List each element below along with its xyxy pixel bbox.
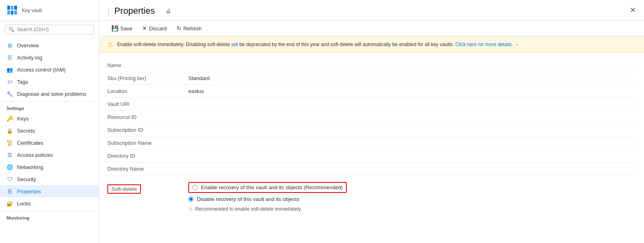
sidebar-item-access-control[interactable]: 👥 Access control (IAM) xyxy=(0,63,99,76)
disable-recovery-radio[interactable] xyxy=(188,197,194,202)
disable-recovery-option[interactable]: Disable recovery of this vault and its o… xyxy=(188,196,347,202)
warning-text: Enable soft-delete immediately. Disablin… xyxy=(117,42,519,47)
main-content: | Properties 🖨 ✕ 💾 Save ✕ Discard ↻ Refr… xyxy=(99,0,644,243)
sidebar-item-keys[interactable]: 🔑 Keys xyxy=(0,112,99,125)
disable-recovery-label: Disable recovery of this vault and its o… xyxy=(197,196,299,202)
close-button[interactable]: ✕ xyxy=(630,6,636,15)
page-title: Properties xyxy=(114,6,155,16)
grid-icon: ⊞ xyxy=(6,42,13,49)
print-button[interactable]: 🖨 xyxy=(163,6,173,16)
refresh-label: Refresh xyxy=(183,25,202,32)
prop-label-resource-id: Resource ID xyxy=(107,111,188,124)
table-row: Location eastus xyxy=(107,85,636,98)
prop-value-directory-name xyxy=(188,163,636,175)
save-button[interactable]: 💾 Save xyxy=(107,23,136,34)
table-row: Directory ID xyxy=(107,150,636,163)
discard-button[interactable]: ✕ Discard xyxy=(138,23,171,34)
prop-value-sku: Standard xyxy=(188,72,636,85)
save-icon: 💾 xyxy=(111,25,118,32)
search-input[interactable] xyxy=(17,27,90,32)
sidebar-item-networking[interactable]: 🌐 Networking xyxy=(0,161,99,173)
warning-link[interactable]: Click here for more details. → xyxy=(455,42,519,47)
sidebar-item-label: Networking xyxy=(17,164,43,170)
sidebar-item-secrets[interactable]: 🔒 Secrets xyxy=(0,125,99,137)
soft-delete-label-cell: Soft-delete xyxy=(107,182,188,194)
monitoring-section-label: Monitoring xyxy=(0,211,99,222)
prop-label-subscription-id: Subscription ID xyxy=(107,124,188,137)
sidebar-item-label: Keys xyxy=(17,116,29,122)
soft-delete-options: Enable recovery of this vault and its ob… xyxy=(188,182,347,212)
table-row: Vault URI xyxy=(107,98,636,111)
sidebar-item-label: Access policies xyxy=(17,152,53,158)
properties-table: Name Sku (Pricing tier) Standard Locatio… xyxy=(107,59,636,175)
discard-label: Discard xyxy=(149,25,167,32)
policy-icon: ☰ xyxy=(6,152,13,158)
sidebar-item-label: Activity log xyxy=(17,55,42,61)
prop-label-sku: Sku (Pricing tier) xyxy=(107,72,188,85)
sidebar-item-overview[interactable]: ⊞ Overview xyxy=(0,39,99,51)
sidebar-item-activity-log[interactable]: ☰ Activity log xyxy=(0,51,99,63)
prop-label-location: Location xyxy=(107,85,188,98)
enable-recovery-radio[interactable] xyxy=(192,185,198,190)
sidebar-item-label: Certificates xyxy=(17,140,43,146)
sidebar-app-name: Key vault xyxy=(22,8,42,13)
lock-icon: 🔐 xyxy=(6,200,13,207)
prop-value-directory-id xyxy=(188,150,636,163)
sidebar-item-locks[interactable]: 🔐 Locks xyxy=(0,197,99,209)
header-actions: 🖨 xyxy=(163,6,173,16)
soft-delete-row: Soft-delete Enable recovery of this vaul… xyxy=(107,179,636,215)
prop-value-subscription-id xyxy=(188,124,636,137)
sidebar-item-label: Access control (IAM) xyxy=(17,67,66,73)
people-icon: 👥 xyxy=(6,66,13,73)
soft-delete-warning-text: Recommended to enable soft-delete immedi… xyxy=(195,206,301,212)
sidebar-item-label: Diagnose and solve problems xyxy=(17,91,86,97)
content-area: Name Sku (Pricing tier) Standard Locatio… xyxy=(99,53,644,243)
prop-label-name: Name xyxy=(107,59,188,72)
warning-small-icon: ⚠ xyxy=(188,206,193,212)
search-box[interactable]: 🔍 xyxy=(5,25,94,34)
soft-delete-warning: ⚠ Recommended to enable soft-delete imme… xyxy=(188,206,347,212)
refresh-icon: ↻ xyxy=(177,25,181,32)
sidebar-item-security[interactable]: 🛡 Security xyxy=(0,173,99,185)
table-row: Resource ID xyxy=(107,111,636,124)
network-icon: 🌐 xyxy=(6,164,13,170)
table-row: Directory Name xyxy=(107,163,636,175)
sidebar-item-tags[interactable]: 🏷 Tags xyxy=(0,76,99,88)
props-icon: ☰ xyxy=(6,188,13,194)
prop-label-vault-uri: Vault URI xyxy=(107,98,188,111)
prop-value-subscription-name xyxy=(188,137,636,150)
sidebar-header: Key vault xyxy=(0,0,99,21)
sidebar: Key vault 🔍 ⊞ Overview ☰ Activity log 👥 … xyxy=(0,0,99,243)
list-icon: ☰ xyxy=(6,54,13,61)
sidebar-item-label: Tags xyxy=(17,79,28,85)
enable-recovery-label: Enable recovery of this vault and its ob… xyxy=(201,184,343,190)
warning-banner: ⚠ Enable soft-delete immediately. Disabl… xyxy=(99,36,644,53)
sidebar-item-certificates[interactable]: 📜 Certificates xyxy=(0,137,99,149)
azure-logo xyxy=(6,5,18,16)
header-divider: | xyxy=(107,6,109,16)
sidebar-item-label: Secrets xyxy=(17,128,35,134)
enable-recovery-option[interactable]: Enable recovery of this vault and its ob… xyxy=(188,182,347,193)
sidebar-item-properties[interactable]: ☰ Properties xyxy=(0,185,99,197)
refresh-button[interactable]: ↻ Refresh xyxy=(173,23,206,34)
toolbar: 💾 Save ✕ Discard ↻ Refresh xyxy=(99,21,644,36)
prop-label-subscription-name: Subscription Name xyxy=(107,137,188,150)
page-header: | Properties 🖨 ✕ xyxy=(99,0,644,21)
sidebar-item-label: Properties xyxy=(17,188,41,194)
soft-delete-label: Soft-delete xyxy=(107,184,141,194)
prop-value-name xyxy=(188,59,636,72)
sidebar-item-label: Overview xyxy=(17,42,39,49)
settings-section-label: Settings xyxy=(0,101,99,112)
prop-value-location: eastus xyxy=(188,85,636,98)
prop-label-directory-name: Directory Name xyxy=(107,163,188,175)
warning-triangle-icon: ⚠ xyxy=(107,40,113,48)
sidebar-item-access-policies[interactable]: ☰ Access policies xyxy=(0,149,99,161)
prop-label-directory-id: Directory ID xyxy=(107,150,188,163)
sidebar-item-label: Security xyxy=(17,176,36,182)
table-row: Sku (Pricing tier) Standard xyxy=(107,72,636,85)
sidebar-nav: ⊞ Overview ☰ Activity log 👥 Access contr… xyxy=(0,38,99,243)
discard-icon: ✕ xyxy=(142,25,147,32)
shield-icon: 🛡 xyxy=(6,176,13,182)
table-row: Subscription Name xyxy=(107,137,636,150)
sidebar-item-diagnose[interactable]: 🔧 Diagnose and solve problems xyxy=(0,88,99,100)
